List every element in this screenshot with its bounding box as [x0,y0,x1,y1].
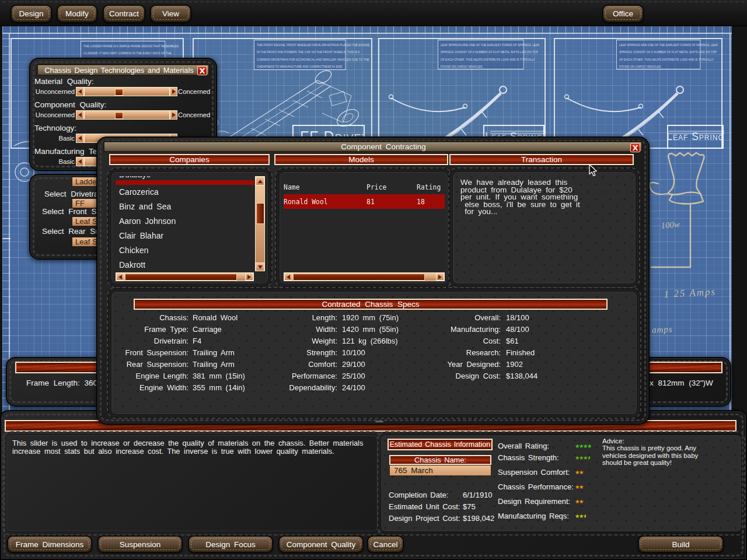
models-row-selected[interactable]: Ronald Wool8118 [284,194,445,209]
nav-button-office[interactable]: Office [602,5,644,23]
blueprint-caption-leaf-2: Leaf Springs are one of the earliest for… [616,40,700,69]
company-list-item[interactable]: Aaron Johnson [116,214,254,229]
blueprint-ruler-top [2,26,732,34]
slider-left-arrow-icon[interactable] [76,134,84,143]
companies-hscroll-thumb[interactable] [125,274,237,281]
button-suspension[interactable]: Suspension [97,536,183,553]
companies-scroll-left-icon[interactable] [116,273,124,281]
company-list-item[interactable]: Chicken [116,243,254,258]
button-cancel[interactable]: Cancel [367,536,404,553]
advice-text-lines: Advice:This chassis is pretty good. Anyv… [602,438,698,466]
estimated-info-header-label: Estimated Chassis Information [390,440,491,449]
transaction-box: We have already leased thisproduct from … [452,172,636,284]
companies-scroll-down-icon[interactable] [256,262,264,271]
rating-stars: ★★ [575,470,583,475]
models-table[interactable]: NamePriceRating Ronald Wool8118 [284,176,445,271]
modal-title: Component Contracting [341,142,426,151]
slider-thumb[interactable] [115,89,123,96]
rating-label: Design Requirement: [498,497,570,506]
spec-value: 24/100 [342,383,365,392]
company-list-item[interactable]: Clair Blahar [116,229,254,243]
button-frame-dimensions[interactable]: Frame Dimensions [7,536,92,553]
description-box: This slider is used to increase or decre… [6,435,378,532]
companies-vscroll-thumb[interactable] [256,203,264,224]
spec-value: 48/100 [506,325,529,334]
component-contracting-modal: Component Contracting X Companies Models… [96,136,650,425]
models-scroll-left-icon[interactable] [284,273,292,281]
slider-left-caption: Unconcerned [29,111,75,118]
company-list-item[interactable]: Dakrott [116,258,254,271]
slider-left-arrow-icon[interactable] [76,110,84,120]
tab-models[interactable]: Models [274,154,448,165]
specs-column-3: Overall:18/100Manufacturing:48/100Cost:$… [111,313,638,383]
companies-vscrollbar[interactable] [255,176,265,271]
nav-button-modify[interactable]: Modify [57,5,97,23]
spec-value: 1902 [506,360,523,369]
models-header-rating: Rating [417,183,441,191]
models-hscrollbar[interactable] [284,272,445,281]
models-cell: Ronald Wool [284,197,328,206]
spec-row: Dependability:24/100 [111,383,638,395]
slider-left-caption: Basic [29,135,75,142]
models-scroll-right-icon[interactable] [436,273,444,281]
slider-right-arrow-icon[interactable] [170,110,177,120]
chassis-name-label-text: Chassis Name: [414,456,466,464]
spec-label: Dependability: [237,383,337,392]
contracted-specs-header: Contracted Chassis Specs [134,299,608,310]
companies-scroll-up-icon[interactable] [256,177,264,186]
spec-value: $138,044 [506,372,537,380]
companies-selected-row[interactable]: Dulalaye [116,176,254,185]
nav-button-view[interactable]: View [150,5,191,23]
models-header-price: Price [366,183,386,191]
tab-companies[interactable]: Companies [109,154,270,165]
models-hscroll-thumb[interactable] [293,274,425,281]
button-build[interactable]: Build [638,536,724,553]
company-list-item[interactable]: Carozerica [116,185,254,200]
estimated-row-label: Estimated Unit Cost: [389,502,460,511]
models-cell: 18 [417,197,425,206]
estimated-row-label: Design Project Cost: [389,514,460,523]
tab-companies-label: Companies [169,155,209,164]
company-list-item[interactable]: Binz and Sea [116,200,254,214]
slider-section-label: Technology: [34,124,76,132]
contracted-specs-box: Contracted Chassis Specs Chassis:Ronald … [111,291,637,415]
top-menu-bar: DesignModifyContractViewOffice [0,0,747,26]
rating-label: Overall Rating: [498,442,549,450]
nav-button-design[interactable]: Design [11,5,52,23]
companies-list[interactable]: Dulalaye CarozericaBinz and SeaAaron Joh… [116,176,254,271]
transaction-text: We have already leased thisproduct from … [460,179,630,216]
slider-thumb[interactable] [115,112,123,119]
svg-text:1 25 Amps: 1 25 Amps [664,286,716,300]
companies-hscrollbar[interactable] [116,272,254,281]
modal-close-icon[interactable]: X [630,143,640,152]
chassis-name-label: Chassis Name: [389,455,491,465]
modal-resize-handle[interactable] [375,421,383,422]
estimated-row-value: $198,042 [463,514,494,523]
blueprint-margin-tick [2,238,11,239]
button-design-focus[interactable]: Design Focus [188,536,273,553]
chassis-name-input[interactable]: 765 March [389,465,491,476]
estimated-row-label: Completion Date: [389,491,448,499]
rating-stars: ★★★ [575,513,586,519]
rating-label: Chassis Strength: [498,453,559,462]
design-tech-close-icon[interactable]: X [197,66,207,75]
spec-row: Design Cost:$138,044 [111,372,638,383]
companies-scroll-right-icon[interactable] [245,273,253,281]
slider-track[interactable] [84,110,170,120]
blueprint-sketch-trophy: 100w 1 25 Amps 5 amps [644,146,732,368]
button-component-quality[interactable]: Component Quality [278,536,364,553]
estimated-info-header: Estimated Chassis Information [388,439,493,450]
slider-section-label: Component Quality: [34,100,106,109]
spec-label: Cost: [400,337,501,345]
nav-button-contract[interactable]: Contract [103,5,145,23]
slider-left-caption: Unconcerned [29,88,75,95]
slider-left-arrow-icon[interactable] [76,87,84,96]
design-tech-title: Chassis Design Technologies and Material… [44,66,201,75]
spec-row: Year Designed:1902 [111,360,638,372]
slider-left-arrow-icon[interactable] [76,157,84,166]
slider-right-caption: Concerned [178,111,210,118]
slider-right-arrow-icon[interactable] [170,87,177,96]
slider-track[interactable] [84,87,170,96]
tab-transaction[interactable]: Transaction [449,154,634,165]
models-box: NamePriceRating Ronald Wool8118 [279,172,448,284]
